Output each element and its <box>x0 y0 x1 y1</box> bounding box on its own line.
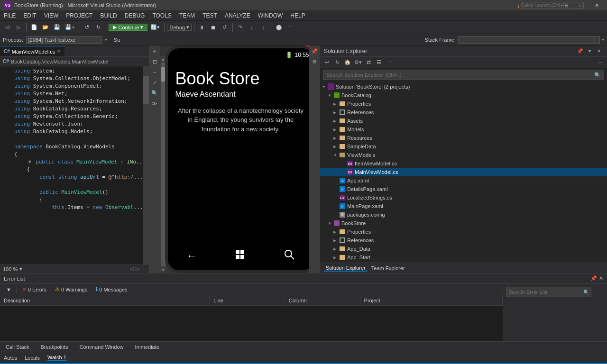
se-arrow-btn[interactable]: ▾ <box>585 47 594 55</box>
tb-forward-btn[interactable]: ▷ <box>13 22 24 33</box>
tree-models[interactable]: ▶ Models <box>320 125 607 134</box>
zoom-dropdown[interactable]: ▾ <box>19 266 22 272</box>
tree-viewmodels[interactable]: ▼ ViewModels <box>320 151 607 159</box>
errors-btn[interactable]: ✕ 0 Errors <box>19 285 50 294</box>
code-editor[interactable]: using System; using System.Collections.O… <box>0 66 149 273</box>
process-input[interactable] <box>26 36 102 44</box>
process-ctrl[interactable]: ▾ <box>105 37 107 42</box>
se-minus-btn[interactable]: − <box>596 58 605 67</box>
tab-immediate[interactable]: Immediate <box>133 343 161 351</box>
minimize-btn[interactable]: − <box>560 1 573 9</box>
menu-file[interactable]: FILE <box>0 10 19 20</box>
se-sync-btn[interactable]: ⇄ <box>364 58 373 67</box>
tree-mainpage[interactable]: ▶ X MainPage.xaml <box>320 202 607 210</box>
tb-saveall-btn[interactable]: 💾+ <box>63 22 76 33</box>
se-collapse-btn[interactable]: ↩ <box>322 58 331 67</box>
dt-more[interactable]: ≫ <box>150 99 159 108</box>
tab-autos[interactable]: Autos <box>4 355 17 361</box>
tb-redo-btn[interactable]: ↻ <box>93 22 103 33</box>
tab-locals[interactable]: Locals <box>25 355 40 361</box>
tb-extra-btn[interactable]: ⋯ <box>285 22 295 33</box>
filter-dropdown[interactable]: ▼ <box>3 285 15 294</box>
tb-back-btn[interactable]: ◁ <box>2 22 12 33</box>
code-scroll-thumb[interactable] <box>143 76 149 104</box>
menu-project[interactable]: PROJECT <box>62 10 96 20</box>
warnings-btn[interactable]: ⚠ 0 Warnings <box>52 285 91 294</box>
tb-refresh-btn[interactable]: 🔄▾ <box>148 22 162 33</box>
tree-assets[interactable]: ▶ Assets <box>320 117 607 125</box>
error-search-box[interactable]: 🔍 <box>506 287 591 297</box>
close-btn[interactable]: ✕ <box>590 1 603 9</box>
messages-btn[interactable]: ℹ 0 Messages <box>92 285 130 294</box>
tb-new-btn[interactable]: 📄 <box>29 22 39 33</box>
menu-tools[interactable]: TOOLS <box>148 10 175 20</box>
tb-stop-btn[interactable]: ⏹ <box>208 22 219 33</box>
se-search-box[interactable]: 🔍 <box>323 70 604 80</box>
menu-view[interactable]: VIEW <box>40 10 63 20</box>
ds-dots[interactable]: · · · · · · · · <box>313 255 316 273</box>
tab-solution-explorer[interactable]: Solution Explorer <box>324 265 368 272</box>
quick-launch-input[interactable] <box>519 2 584 9</box>
debug-dropdown[interactable]: Debug ▾ <box>167 24 191 31</box>
phone-back-btn[interactable]: ← <box>186 250 197 262</box>
tb-bp-btn[interactable]: ⬤ <box>274 22 284 33</box>
menu-build[interactable]: BUILD <box>96 10 120 20</box>
tab-breakpoints[interactable]: Breakpoints <box>39 343 70 351</box>
tb-pause-btn[interactable]: ⏸ <box>197 22 207 33</box>
stack-frame-input[interactable] <box>458 36 600 44</box>
tree-sampledata[interactable]: ▶ SampleData <box>320 142 607 151</box>
tb-restart-btn[interactable]: ↺ <box>220 22 230 33</box>
tree-references-1[interactable]: ▶ References <box>320 108 607 117</box>
dt-zoom-in[interactable]: + <box>150 46 159 56</box>
tb-open-btn[interactable]: 📂 <box>40 22 51 33</box>
el-close-btn[interactable]: ✕ <box>599 275 603 282</box>
dt-fit[interactable]: ⊡ <box>150 57 159 66</box>
el-pin-btn[interactable]: 📌 <box>590 275 597 282</box>
tree-bs-properties[interactable]: ▶ Properties <box>320 228 607 236</box>
menu-window[interactable]: WINDOW <box>254 10 287 20</box>
se-home-btn[interactable]: 🏠 <box>343 58 352 67</box>
stack-frame-ctrl[interactable]: ▾ <box>602 37 604 42</box>
tree-bookcatalog[interactable]: ▼ BookCatalog <box>320 91 607 100</box>
se-more-btn[interactable]: ⋯ <box>385 58 394 67</box>
tree-itemviewmodel[interactable]: ▶ C# ItemViewModel.cs <box>320 159 607 168</box>
tb-step-out[interactable]: ↑ <box>258 22 268 33</box>
dt-fullscreen[interactable]: ⤢ <box>150 78 159 87</box>
tree-bookstore[interactable]: ▼ BookStore <box>320 219 607 228</box>
tab-team-explorer[interactable]: Team Explorer <box>369 265 407 271</box>
tab-command-window[interactable]: Command Window <box>78 343 126 351</box>
scroll-down-btn[interactable]: ▼ <box>160 266 166 273</box>
scroll-left[interactable]: ◁ <box>130 266 134 272</box>
tree-appstart[interactable]: ▶ App_Start <box>320 253 607 262</box>
tab-watch1[interactable]: Watch 1 <box>47 355 66 361</box>
menu-help[interactable]: HELP <box>286 10 309 20</box>
search-btn[interactable] <box>544 1 558 9</box>
scroll-right[interactable]: ▷ <box>136 266 139 272</box>
menu-debug[interactable]: DEBUG <box>121 10 149 20</box>
ds-pin-btn[interactable]: 📌 <box>310 46 319 56</box>
tb-step-into[interactable]: ↓ <box>247 22 257 33</box>
se-settings-btn[interactable]: ⚙▾ <box>353 58 363 67</box>
menu-analyze[interactable]: ANALYZE <box>221 10 254 20</box>
se-filter-btn[interactable]: ☰ <box>374 58 384 67</box>
tree-appdata[interactable]: ▶ App_Data <box>320 245 607 253</box>
code-tab-mainviewmodel[interactable]: C# MainViewModel.cs ✕ <box>0 46 65 56</box>
ds-settings-btn[interactable]: ⚙ <box>310 57 319 66</box>
tree-resources[interactable]: ▶ Resources <box>320 134 607 142</box>
menu-team[interactable]: TEAM <box>175 10 199 20</box>
tab-call-stack[interactable]: Call Stack <box>4 343 31 351</box>
menu-test[interactable]: TEST <box>199 10 221 20</box>
se-pin-btn[interactable]: 📌 <box>576 47 584 55</box>
tree-localizedstrings[interactable]: ▶ C# LocalizedStrings.cs <box>320 193 607 202</box>
dt-zoom-out[interactable]: − <box>150 67 159 77</box>
se-close-btn[interactable]: ✕ <box>595 47 603 55</box>
tree-mainviewmodel[interactable]: ▶ C# MainViewModel.cs <box>320 168 607 176</box>
tree-appxaml[interactable]: ▶ X App.xaml <box>320 176 607 185</box>
code-scrollbar[interactable] <box>143 66 149 273</box>
error-search-input[interactable] <box>508 289 583 295</box>
tree-solution[interactable]: ▼ Solution 'BookStore' (2 projects) <box>320 82 607 91</box>
menu-edit[interactable]: EDIT <box>19 10 40 20</box>
tree-bs-references[interactable]: ▶ References <box>320 236 607 245</box>
se-refresh-btn[interactable]: ↻ <box>332 58 342 67</box>
tree-detailspage[interactable]: ▶ X DetailsPage.xaml <box>320 185 607 193</box>
